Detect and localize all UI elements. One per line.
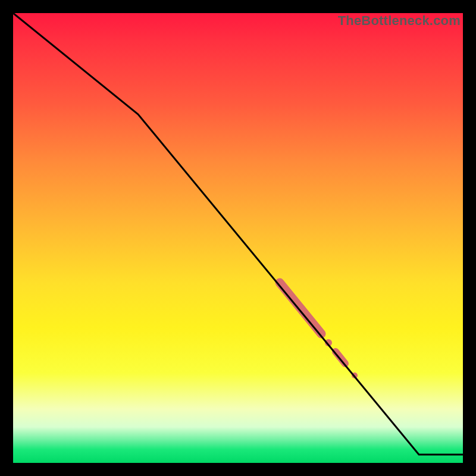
watermark-text: TheBottleneck.com xyxy=(338,13,461,29)
svg-line-0 xyxy=(280,283,321,334)
chart-frame: TheBottleneck.com xyxy=(13,13,463,463)
curve-line xyxy=(13,13,463,455)
svg-line-2 xyxy=(336,352,345,364)
highlight-band xyxy=(280,283,358,378)
chart-overlay xyxy=(13,13,463,463)
